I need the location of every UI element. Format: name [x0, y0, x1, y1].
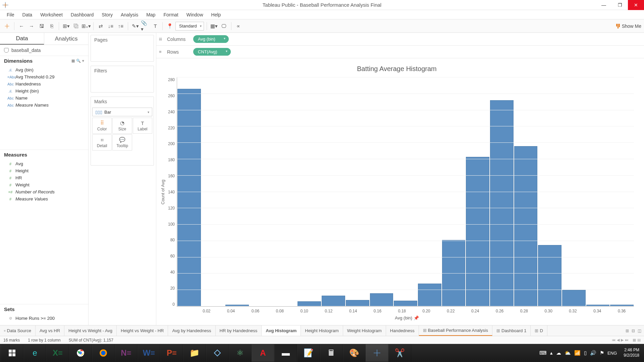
new-datasource-button[interactable]: ⎘	[47, 22, 56, 31]
bar[interactable]	[562, 290, 586, 306]
menu-window[interactable]: Window	[182, 11, 207, 19]
field-item[interactable]: AbcHandedness	[0, 80, 88, 87]
view-filmstrip-icon[interactable]: ▤	[637, 338, 641, 342]
marks-tooltip[interactable]: 💬Tooltip	[112, 134, 132, 150]
snipping-icon[interactable]: ✂️	[388, 344, 411, 362]
menu-analysis[interactable]: Analysis	[117, 11, 142, 19]
plot-area[interactable]	[177, 77, 634, 307]
sheet-tab[interactable]: ⊞D	[531, 325, 547, 336]
field-item[interactable]: =#Number of Records	[0, 188, 88, 195]
keyboard-icon[interactable]: ⌨	[539, 350, 547, 356]
sheet-tab[interactable]: Avg vs HR	[36, 325, 64, 336]
highlight-button[interactable]: ✎▾	[131, 22, 140, 31]
wifi-icon[interactable]: 📶	[574, 350, 581, 356]
bar[interactable]	[538, 245, 561, 306]
firefox-icon[interactable]	[92, 344, 115, 362]
menu-data[interactable]: Data	[18, 11, 37, 19]
tableau-icon[interactable]	[3, 22, 11, 31]
bar[interactable]	[394, 301, 417, 306]
field-item[interactable]: ⊘Home Runs >= 200	[0, 315, 88, 322]
chrome-icon[interactable]	[69, 344, 92, 362]
view-icon[interactable]: ▦	[71, 59, 75, 63]
menu-story[interactable]: Story	[98, 11, 117, 19]
bar[interactable]	[346, 300, 369, 307]
clock[interactable]: 2:46 PM 9/2/2018	[620, 348, 643, 358]
group-button[interactable]: 📎▾	[141, 22, 150, 31]
lang-indicator[interactable]: ENG	[607, 351, 617, 356]
notepad-icon[interactable]: 📝	[297, 344, 320, 362]
filters-shelf[interactable]: Filters	[91, 66, 154, 93]
sheet-tab[interactable]: Weight Histogram	[343, 325, 386, 336]
excel-icon[interactable]: X≡	[46, 344, 69, 362]
fit-dropdown[interactable]: Standard	[175, 22, 204, 31]
sort-desc-button[interactable]: ↑≡	[116, 22, 125, 31]
undo-button[interactable]: ←	[17, 22, 26, 31]
minimize-button[interactable]: —	[596, 0, 612, 10]
field-item[interactable]: AbcMeasure Names	[0, 102, 88, 109]
menu-format[interactable]: Format	[159, 11, 182, 19]
sheet-tab[interactable]: ⊞Dashboard 1	[492, 325, 531, 336]
close-button[interactable]: ✕	[628, 0, 644, 10]
volume-icon[interactable]: 🔊	[590, 350, 596, 356]
start-button[interactable]	[1, 344, 23, 362]
atom-icon[interactable]: ⚛	[229, 344, 252, 362]
marks-color[interactable]: ⠿Color	[92, 118, 112, 134]
sort-asc-button[interactable]: ↓≡	[106, 22, 115, 31]
field-item[interactable]: #Avg	[0, 160, 88, 167]
nav-prev[interactable]: ◀	[617, 338, 620, 342]
menu-dashboard[interactable]: Dashboard	[67, 11, 98, 19]
tray-up-icon[interactable]: ▴	[550, 350, 553, 356]
weather-icon[interactable]: ⛅	[565, 350, 571, 356]
field-item[interactable]: =AbcAvg Threshold 0.29	[0, 73, 88, 80]
share-button[interactable]: ∝	[234, 22, 243, 31]
nav-first[interactable]: ⏮	[612, 338, 615, 342]
menu-help[interactable]: Help	[207, 11, 225, 19]
bar[interactable]	[322, 296, 345, 306]
calculator-icon[interactable]: 🖩	[320, 344, 343, 362]
paint-icon[interactable]: 🎨	[343, 344, 366, 362]
nav-last[interactable]: ⏭	[625, 338, 629, 342]
pages-shelf[interactable]: Pages	[91, 35, 154, 62]
columns-pill[interactable]: Avg (bin)	[193, 35, 229, 43]
menu-worksheet[interactable]: Worksheet	[36, 11, 67, 19]
sheet-tab[interactable]: Avg Histogram	[262, 325, 301, 336]
field-item[interactable]: #Height	[0, 167, 88, 174]
field-item[interactable]: #HR	[0, 174, 88, 181]
marks-label[interactable]: TLabel	[133, 118, 152, 134]
explorer-icon[interactable]: 📁	[183, 344, 206, 362]
menu-icon[interactable]: ▾	[82, 59, 84, 63]
tab-data[interactable]: Data	[0, 33, 44, 45]
bar[interactable]	[490, 100, 514, 306]
sheet-tab[interactable]: Height Histogram	[301, 325, 343, 336]
view-tabs-icon[interactable]: ▦	[633, 338, 636, 342]
show-me-button[interactable]: Show Me	[616, 23, 641, 29]
new-worksheet-icon[interactable]: ⊞	[625, 328, 630, 333]
tableau-taskbar-icon[interactable]	[366, 344, 388, 362]
sheet-tab[interactable]: Height vs Weight - Avg	[64, 325, 117, 336]
redo-button[interactable]: →	[27, 22, 36, 31]
sheet-tab[interactable]: Height vs Weight - HR	[117, 325, 168, 336]
sheet-tab[interactable]: Handedness	[386, 325, 419, 336]
cards-button[interactable]: ▦▾	[210, 22, 218, 31]
ie-icon[interactable]: e	[23, 344, 46, 362]
field-item[interactable]: .ıl.Avg (bin)	[0, 66, 88, 73]
bar[interactable]	[418, 284, 441, 306]
bar[interactable]	[514, 146, 538, 306]
bar[interactable]	[370, 293, 393, 306]
bar[interactable]	[298, 301, 321, 306]
marks-size[interactable]: ◔Size	[112, 118, 132, 134]
onenote-icon[interactable]: N≡	[115, 344, 138, 362]
bar[interactable]	[466, 157, 489, 306]
marks-detail[interactable]: ⠶Detail	[92, 134, 112, 150]
menu-map[interactable]: Map	[142, 11, 159, 19]
rows-shelf[interactable]: ≡ Rows CNT(Avg)	[156, 46, 644, 58]
tab-analytics[interactable]: Analytics	[44, 33, 88, 45]
save-button[interactable]: 🖫	[37, 22, 46, 31]
mark-type-dropdown[interactable]: ▯▯▯Bar	[92, 108, 152, 116]
bar[interactable]	[177, 89, 201, 306]
app-icon[interactable]	[206, 344, 229, 362]
text-button[interactable]: T	[151, 22, 160, 31]
new-dashboard-icon[interactable]: ⊟	[631, 328, 636, 333]
field-item[interactable]: AbcName	[0, 95, 88, 102]
new-worksheet-button[interactable]: ⊞▾	[62, 22, 70, 31]
